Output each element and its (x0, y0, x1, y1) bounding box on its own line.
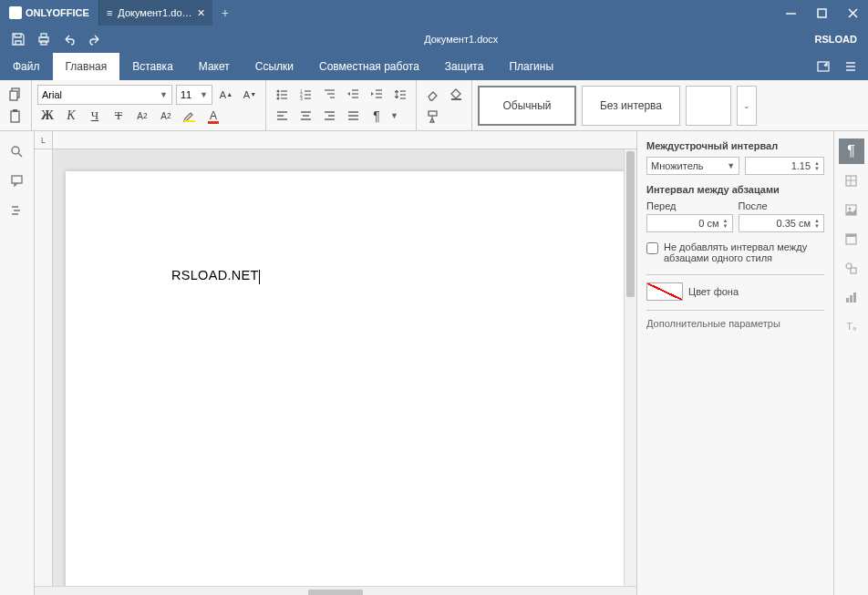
headings-button[interactable] (5, 197, 30, 222)
superscript-button[interactable]: A2 (132, 106, 152, 126)
print-button[interactable] (31, 28, 57, 50)
vertical-scrollbar[interactable] (624, 149, 636, 586)
underline-button[interactable]: Ч (85, 106, 105, 126)
increase-font-button[interactable]: A▲ (216, 85, 236, 105)
shape-tab[interactable] (839, 255, 864, 281)
clear-style-button[interactable] (422, 85, 442, 105)
chevron-down-icon[interactable]: ▼ (390, 111, 398, 120)
minimize-button[interactable] (775, 0, 806, 26)
menu-references[interactable]: Ссылки (243, 53, 306, 80)
paragraph-group: 123 ¶ ▼ (266, 80, 417, 130)
copy-button[interactable] (5, 85, 26, 105)
bullets-button[interactable] (272, 85, 292, 105)
spacing-after-input[interactable]: 0.35 см▲▼ (739, 214, 825, 232)
tab-title: Документ1.do… (118, 7, 191, 18)
menu-layout[interactable]: Макет (186, 53, 243, 80)
copy-style-button[interactable] (422, 106, 442, 126)
shading-button[interactable] (446, 85, 466, 105)
undo-button[interactable] (57, 28, 82, 50)
chart-tab[interactable] (839, 284, 864, 310)
hamburger-icon: ≡ (107, 7, 112, 18)
redo-button[interactable] (82, 28, 108, 50)
table-tab[interactable] (839, 168, 864, 193)
align-right-icon (323, 109, 336, 123)
italic-button[interactable]: К (61, 106, 81, 126)
style-normal[interactable]: Обычный (478, 86, 576, 126)
left-sidebar (0, 131, 35, 595)
paragraph-settings-panel: Междустрочный интервал Множитель▼ 1.15▲▼… (636, 131, 833, 595)
spinner-icon[interactable]: ▲▼ (814, 218, 820, 229)
line-spacing-mode-select[interactable]: Множитель▼ (646, 157, 739, 175)
bold-button[interactable]: Ж (37, 106, 57, 126)
style-placeholder[interactable] (686, 86, 731, 126)
align-left-button[interactable] (272, 106, 292, 126)
menu-collab[interactable]: Совместная работа (306, 53, 432, 80)
paste-button[interactable] (5, 106, 26, 126)
open-location-button[interactable] (811, 56, 835, 77)
document-tab[interactable]: ≡ Документ1.do… × (98, 0, 212, 26)
align-justify-icon (346, 109, 360, 123)
styles-more-button[interactable]: ⌄ (737, 86, 757, 126)
view-settings-button[interactable] (839, 56, 863, 77)
multilevel-button[interactable] (319, 85, 339, 105)
menu-home[interactable]: Главная (53, 53, 120, 80)
close-icon (848, 8, 858, 18)
menu-plugins[interactable]: Плагины (496, 53, 566, 80)
font-size-select[interactable]: 11▼ (176, 85, 212, 105)
advanced-settings-link[interactable]: Дополнительные параметры (646, 318, 780, 329)
user-name[interactable]: RSLOAD (815, 34, 857, 45)
font-color-button[interactable]: A (203, 106, 223, 126)
horizontal-ruler[interactable]: L (35, 131, 636, 149)
align-right-button[interactable] (319, 106, 339, 126)
align-center-button[interactable] (295, 106, 315, 126)
scrollbar-thumb[interactable] (308, 590, 363, 596)
search-button[interactable] (5, 138, 30, 164)
menu-file[interactable]: Файл (0, 53, 53, 80)
decrease-indent-button[interactable] (343, 85, 363, 105)
align-justify-button[interactable] (343, 106, 363, 126)
increase-indent-button[interactable] (367, 85, 387, 105)
same-style-checkbox[interactable] (646, 242, 658, 254)
shading-icon (450, 87, 463, 101)
spinner-icon[interactable]: ▲▼ (814, 160, 820, 171)
spacing-before-input[interactable]: 0 см▲▼ (646, 214, 733, 232)
spinner-icon[interactable]: ▲▼ (723, 218, 728, 229)
menu-protect[interactable]: Защита (432, 53, 497, 80)
new-tab-button[interactable]: + (212, 5, 238, 20)
chart-icon (844, 291, 858, 304)
svg-point-19 (276, 94, 279, 97)
comments-button[interactable] (5, 168, 30, 193)
bg-color-label: Цвет фона (688, 286, 739, 297)
paragraph-tab[interactable]: ¶ (839, 138, 864, 164)
decrease-font-button[interactable]: A▼ (240, 85, 260, 105)
textart-tab[interactable]: Tₐ (839, 313, 864, 339)
strikethrough-button[interactable]: Т (108, 106, 129, 126)
horizontal-scrollbar[interactable] (35, 586, 636, 595)
logo-icon (9, 6, 22, 19)
after-value: 0.35 см (777, 218, 811, 229)
close-tab-icon[interactable]: × (198, 5, 205, 20)
close-button[interactable] (837, 0, 868, 26)
header-footer-tab[interactable] (839, 226, 864, 251)
image-tab[interactable] (839, 197, 864, 222)
maximize-button[interactable] (806, 0, 837, 26)
line-spacing-value-input[interactable]: 1.15▲▼ (745, 157, 824, 175)
titlebar: ONLYOFFICE ≡ Документ1.do… × + (0, 0, 868, 26)
menu-insert[interactable]: Вставка (119, 53, 186, 80)
save-button[interactable] (5, 28, 31, 50)
highlight-button[interactable] (180, 106, 200, 126)
numbering-button[interactable]: 123 (295, 85, 315, 105)
vertical-ruler[interactable] (35, 149, 53, 586)
chevron-down-icon: ▼ (727, 161, 735, 170)
document-text[interactable]: RSLOAD.NET (171, 268, 259, 282)
style-no-spacing[interactable]: Без интерва (582, 86, 680, 126)
line-spacing-button[interactable] (390, 85, 410, 105)
subscript-button[interactable]: A2 (156, 106, 176, 126)
inc-indent-icon (370, 87, 384, 101)
nonprinting-button[interactable]: ¶ (367, 106, 387, 126)
document-page[interactable]: RSLOAD.NET (66, 171, 624, 586)
bg-color-swatch[interactable] (646, 282, 683, 301)
divider (646, 274, 824, 275)
scrollbar-thumb[interactable] (626, 151, 635, 297)
font-name-select[interactable]: Arial▼ (37, 85, 172, 105)
